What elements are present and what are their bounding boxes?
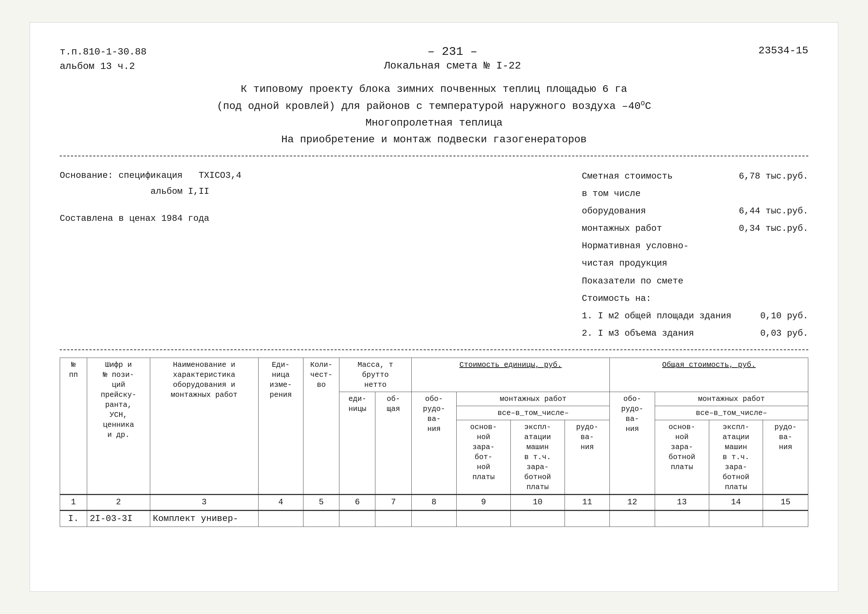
title-section: К типовому проекту блока зимних почвенны… [60,81,808,148]
doc-number: 23534-15 [759,45,808,56]
row1-basic-unit [510,511,565,527]
column-numbers-row: 1 2 3 4 5 6 7 8 9 10 11 12 13 14 15 [60,495,808,511]
col-num-6: 6 [339,495,375,511]
title-line2: (под одной кровлей) для районов с темпер… [60,98,808,115]
col-basic-salary-unit: основ-нойзара-бот-нойплаты [457,420,511,495]
col-num-14: 14 [709,495,763,511]
per-cbm-label: 2. I м3 объема здания [582,325,739,342]
cost-label-main: Сметная стоимость [582,167,739,185]
divider-top [60,156,808,157]
normative-label1: Нормативная условно- [582,237,739,254]
row1-montage-all-total [655,511,709,527]
col-mass-header: Масса, тбруттонетто [339,358,411,392]
top-left: т.п.810-1-30.88 альбом 13 ч.2 [60,45,146,74]
per-cbm-value: 0,03 руб. [739,325,808,342]
price-year: Составлена в ценах 1984 года [60,211,241,226]
col-num-2: 2 [87,495,150,511]
col-num-8: 8 [411,495,457,511]
col-mass-unit: еди-ницы [339,392,375,495]
col-rudo-unit: рудо-ва-ния [565,420,610,495]
col-name-header: Наименование ихарактеристикаоборудования… [150,358,258,495]
page: т.п.810-1-30.88 альбом 13 ч.2 – 231 – Ло… [30,22,838,592]
row1-qty [303,511,339,527]
title-line4: На приобретение и монтаж подвески газоге… [60,132,808,148]
col-equip-total: обо-рудо-ва-ния [610,392,655,495]
row1-code: 2I-03-3I [87,511,150,527]
col-num-10: 10 [510,495,565,511]
col-num-3: 3 [150,495,258,511]
header-row: т.п.810-1-30.88 альбом 13 ч.2 – 231 – Ло… [60,45,808,74]
info-left: Основание: спецификация ТХIСО3,4 альбом … [60,167,241,343]
row1-basic-total [709,511,763,527]
per-sqm-value: 0,10 руб. [739,307,808,325]
normative-label2: чистая продукция [582,254,739,272]
row1-mass-unit [339,511,375,527]
col-num-header: №пп [60,358,87,495]
row1-mass-total [375,511,411,527]
col-unit-header: Еди-ницаизме-рения [258,358,303,495]
basis-line1: Основание: спецификация ТХIСО3,4 [60,167,241,183]
main-table: №пп Шифр и№ пози-цийпрейску-ранта,УСН,це… [60,358,808,527]
row1-machine-total [763,511,808,527]
basis-line2: альбом I,II [60,183,241,199]
col-equip-unit: обо-рудо-ва-ния [411,392,457,495]
indicators-label: Показатели по смете [582,272,739,290]
row1-machine-unit [565,511,610,527]
info-section: Основание: спецификация ТХIСО3,4 альбом … [60,167,808,343]
including-label: в том числе [582,185,739,202]
col-num-12: 12 [610,495,655,511]
col-unit-cost-header: Стоимость единицы, руб. [411,358,610,392]
montage-label: монтажных работ [582,220,739,237]
cost-per-label: Стоимость на: [582,290,739,307]
album-number: альбом 13 ч.2 [60,59,146,74]
col-machine-total: экспл-атациимашинв т.ч.зара-ботнойплаты [709,420,763,495]
col-num-5: 5 [303,495,339,511]
row1-num: I. [60,511,87,527]
equipment-value: 6,44 тыс.руб. [739,202,808,220]
equipment-label: оборудования [582,202,739,220]
col-num-4: 4 [258,495,303,511]
title-line3: Многопролетная теплица [60,115,808,132]
col-mass-total: об-щая [375,392,411,495]
col-num-13: 13 [655,495,709,511]
col-basic-salary-total: основ-нойзара-ботнойплаты [655,420,709,495]
row1-montage-all-unit [457,511,511,527]
top-center: – 231 – Локальная смета № I-22 [146,45,759,71]
top-right: 23534-15 [759,45,808,56]
col-montage-unit-header: монтажных работ [457,392,610,406]
row1-name: Комплект универ- [150,511,258,527]
col-montage-unit-all: все–в_том_числе– [457,406,610,420]
col-montage-total-header: монтажных работ [655,392,808,406]
row1-equip-total [610,511,655,527]
cost-value-main: 6,78 тыс.руб. [739,167,808,185]
col-qty-header: Коли-чест-во [303,358,339,495]
title-line1: К типовому проекту блока зимних почвенны… [60,81,808,98]
row1-unit [258,511,303,527]
tp-number: т.п.810-1-30.88 [60,45,146,59]
col-rudo-total: рудо-ва-ния [763,420,808,495]
divider-mid [60,349,808,350]
info-right: Сметная стоимость 6,78 тыс.руб. в том чи… [582,167,809,343]
data-row-1: I. 2I-03-3I Комплект универ- [60,511,808,527]
col-montage-total-all: все–в_том_числе– [655,406,808,420]
col-num-9: 9 [457,495,511,511]
doc-title: Локальная смета № I-22 [161,60,744,71]
col-machine-unit: экспл-атациимашинв т.ч.зара-ботнойплаты [510,420,565,495]
row1-equip-unit [411,511,457,527]
col-num-11: 11 [565,495,610,511]
header-row-1: №пп Шифр и№ пози-цийпрейску-ранта,УСН,це… [60,358,808,392]
montage-value: 0,34 тыс.руб. [739,220,808,237]
per-sqm-label: 1. I м2 общей площади здания [582,307,739,325]
col-num-7: 7 [375,495,411,511]
col-num-1: 1 [60,495,87,511]
col-num-15: 15 [763,495,808,511]
col-total-cost-header: Общая стоимость, руб. [610,358,808,392]
col-code-header: Шифр и№ пози-цийпрейску-ранта,УСН,ценник… [87,358,150,495]
page-number: – 231 – [161,45,744,59]
